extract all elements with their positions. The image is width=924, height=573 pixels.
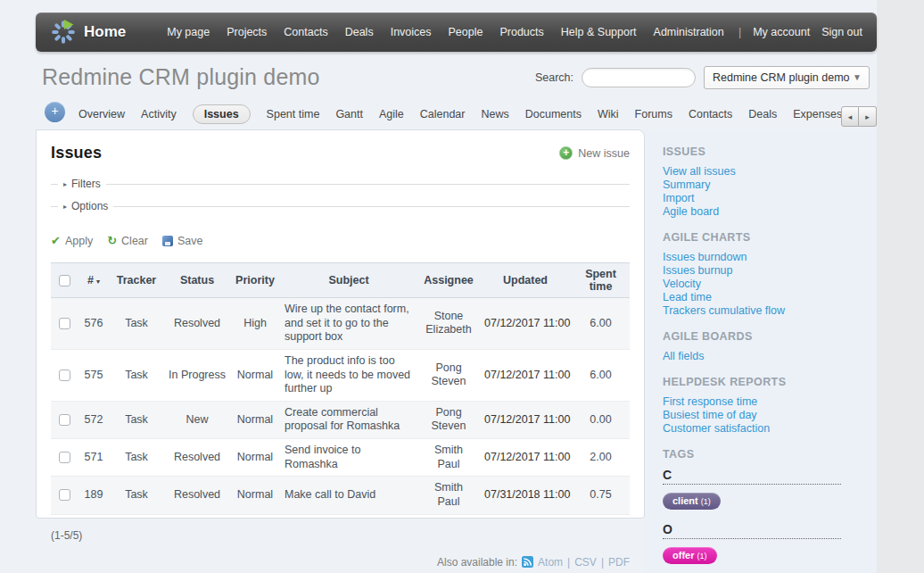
col-subject[interactable]: Subject — [279, 263, 418, 298]
issue-subject[interactable]: The product info is too low, it needs to… — [279, 349, 418, 401]
sidebar-link-all-fields[interactable]: All fields — [663, 350, 877, 363]
tab-gantt[interactable]: Gantt — [335, 105, 363, 123]
home-logo[interactable]: Home — [50, 19, 126, 46]
select-all-checkbox[interactable] — [59, 275, 70, 286]
tabs-strip: Overview Activity Issues Spent time Gant… — [78, 98, 850, 129]
nav-sign-out[interactable]: Sign out — [821, 26, 862, 38]
apply-button[interactable]: ✔ Apply — [51, 234, 93, 247]
tab-contacts[interactable]: Contacts — [689, 105, 732, 123]
col-status[interactable]: Status — [163, 263, 231, 298]
row-checkbox[interactable] — [59, 414, 70, 426]
add-tab-button[interactable]: + — [45, 102, 65, 122]
tag-client[interactable]: client (1) — [663, 493, 721, 510]
col-updated[interactable]: Updated — [479, 263, 572, 298]
save-label: Save — [177, 235, 203, 247]
tab-spent-time[interactable]: Spent time — [267, 105, 320, 123]
nav-products[interactable]: Products — [499, 26, 543, 38]
row-checkbox[interactable] — [59, 452, 70, 463]
sidebar-link-import[interactable]: Import — [663, 192, 877, 205]
col-id[interactable]: #▾ — [78, 263, 110, 298]
issue-priority: Normal — [231, 349, 279, 401]
col-spent-time[interactable]: Spent time — [572, 263, 630, 298]
issue-assignee[interactable]: Smith Paul — [418, 439, 479, 477]
row-checkbox[interactable] — [59, 370, 70, 381]
content-area: Issues + New issue ▸ Filters ▸ Options ✔… — [36, 129, 877, 573]
table-row[interactable]: 572 Task New Normal Create commercial pr… — [51, 401, 630, 438]
table-row[interactable]: 576 Task Resolved High Wire up the conta… — [51, 298, 630, 350]
sidebar-link-busiest-time-of-day[interactable]: Busiest time of day — [663, 409, 877, 422]
nav-contacts[interactable]: Contacts — [284, 26, 327, 38]
export-pdf-link[interactable]: PDF — [608, 556, 630, 569]
issue-tracker: Task — [110, 401, 163, 438]
sidebar-link-agile-board[interactable]: Agile board — [663, 205, 877, 219]
nav-projects[interactable]: Projects — [227, 26, 267, 38]
sidebar-link-view-all-issues[interactable]: View all issues — [663, 165, 877, 179]
issue-status: Resolved — [163, 298, 231, 350]
tab-calendar[interactable]: Calendar — [420, 105, 466, 123]
issue-assignee[interactable]: Pong Steven — [418, 401, 479, 438]
nav-deals[interactable]: Deals — [345, 26, 374, 38]
filters-toggle[interactable]: ▸ Filters — [58, 178, 106, 190]
col-assignee[interactable]: Assignee — [418, 263, 479, 298]
col-priority[interactable]: Priority — [231, 263, 279, 298]
issue-subject[interactable]: Make call to David — [279, 477, 418, 514]
home-link[interactable]: Home — [84, 23, 126, 41]
tag-offer[interactable]: offer (1) — [663, 547, 717, 564]
issue-assignee[interactable]: Stone Elizabeth — [418, 298, 479, 350]
row-checkbox[interactable] — [59, 489, 70, 501]
nav-help-support[interactable]: Help & Support — [561, 26, 637, 38]
issue-assignee[interactable]: Pong Steven — [418, 349, 479, 401]
tab-news[interactable]: News — [481, 105, 508, 123]
sidebar-link-issues-burnup[interactable]: Issues burnup — [663, 264, 877, 278]
issue-updated: 07/31/2018 11:00 — [479, 477, 572, 514]
col-tracker[interactable]: Tracker — [110, 263, 163, 298]
tab-agile[interactable]: Agile — [379, 105, 404, 123]
sidebar-link-velocity[interactable]: Velocity — [663, 278, 877, 291]
export-atom-link[interactable]: Atom — [538, 556, 563, 569]
nav-my-page[interactable]: My page — [167, 26, 210, 38]
export-csv-link[interactable]: CSV — [574, 556, 597, 569]
tab-scroll-right-icon[interactable]: ▸ — [859, 106, 877, 127]
issue-id[interactable]: 572 — [78, 401, 110, 438]
sidebar-link-first-response-time[interactable]: First response time — [663, 395, 877, 409]
options-toggle[interactable]: ▸ Options — [58, 200, 113, 212]
tab-forums[interactable]: Forums — [635, 105, 672, 123]
issue-subject[interactable]: Wire up the contact form, and set it to … — [279, 298, 418, 350]
issue-id[interactable]: 576 — [78, 298, 110, 350]
issue-subject[interactable]: Create commercial proposal for Romashka — [279, 401, 418, 438]
tag-group-letter: O — [663, 522, 841, 539]
tab-expenses[interactable]: Expenses — [793, 105, 842, 123]
table-row[interactable]: 575 Task In Progress Normal The product … — [51, 349, 630, 401]
project-select[interactable]: Redmine CRM plugin demo ▼ — [704, 66, 870, 89]
tab-wiki[interactable]: Wiki — [598, 105, 619, 123]
tab-overview[interactable]: Overview — [78, 105, 125, 123]
issue-id[interactable]: 575 — [78, 349, 110, 401]
sidebar-link-summary[interactable]: Summary — [663, 179, 877, 192]
search-input[interactable] — [582, 68, 696, 87]
table-row[interactable]: 571 Task Resolved Normal Send invoice to… — [51, 439, 630, 477]
new-issue-button[interactable]: + New issue — [559, 146, 630, 160]
sidebar-link-trackers-cumulative-flow[interactable]: Trackers cumulative flow — [663, 304, 877, 318]
issue-updated: 07/12/2017 11:00 — [479, 439, 572, 477]
tab-activity[interactable]: Activity — [141, 105, 177, 123]
tab-scroll-left-icon[interactable]: ◂ — [841, 106, 859, 127]
options-section: ▸ Options — [51, 206, 630, 207]
sidebar-link-issues-burndown[interactable]: Issues burndown — [663, 251, 877, 264]
tab-issues[interactable]: Issues — [193, 104, 251, 124]
nav-administration[interactable]: Administration — [654, 26, 724, 38]
tab-documents[interactable]: Documents — [525, 105, 582, 123]
issue-subject[interactable]: Send invoice to Romashka — [279, 439, 418, 477]
sidebar-link-customer-satisfaction[interactable]: Customer satisfaction — [663, 422, 877, 436]
issue-id[interactable]: 189 — [78, 477, 110, 514]
table-row[interactable]: 189 Task Resolved Normal Make call to Da… — [51, 477, 630, 514]
nav-my-account[interactable]: My account — [753, 26, 810, 38]
issue-id[interactable]: 571 — [78, 439, 110, 477]
sidebar-link-lead-time[interactable]: Lead time — [663, 291, 877, 304]
tab-deals[interactable]: Deals — [748, 105, 777, 123]
save-button[interactable]: Save — [162, 235, 203, 247]
nav-people[interactable]: People — [449, 26, 483, 38]
clear-button[interactable]: ↻ Clear — [107, 234, 148, 247]
row-checkbox[interactable] — [59, 318, 70, 329]
nav-invoices[interactable]: Invoices — [391, 26, 432, 38]
issue-assignee[interactable]: Smith Paul — [418, 477, 479, 514]
